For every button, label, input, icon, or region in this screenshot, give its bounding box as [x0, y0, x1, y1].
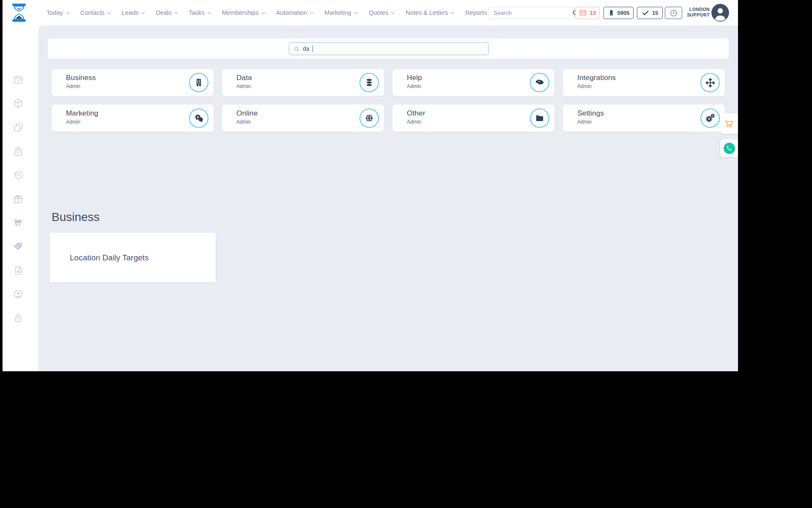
card-title: Other: [407, 109, 425, 118]
card-title: Data: [236, 74, 252, 82]
account-label[interactable]: LONDON SUPPORT: [683, 7, 710, 18]
phone-badge[interactable]: 5905: [604, 7, 634, 19]
nav-quotes-label: Quotes: [369, 9, 389, 16]
nav-notes-letters[interactable]: Notes & Letters: [406, 9, 454, 16]
nav-memberships[interactable]: Memberships: [222, 9, 265, 16]
top-header: Today Contacts Leads Deals Tasks Members…: [3, 0, 738, 25]
phone-icon: [724, 143, 735, 154]
mobile-phone-icon: [608, 9, 615, 17]
category-card-help[interactable]: HelpAdmin: [392, 69, 554, 96]
nav-contacts[interactable]: Contacts: [80, 9, 110, 16]
check-icon: [642, 9, 650, 17]
category-card-integrations[interactable]: IntegrationsAdmin: [563, 69, 725, 96]
messages-count: 13: [590, 10, 595, 16]
category-card-settings[interactable]: SettingsAdmin: [563, 105, 725, 132]
category-card-other[interactable]: OtherAdmin: [392, 105, 554, 132]
card-subtitle: Admin: [236, 83, 252, 89]
svg-text:12: 12: [16, 79, 20, 83]
search-icon: [294, 46, 300, 52]
chevron-down-icon: [261, 10, 265, 14]
card-title: Settings: [577, 109, 604, 118]
chevron-down-icon: [207, 10, 211, 14]
call-side-tab[interactable]: [720, 139, 738, 157]
nav-marketing[interactable]: Marketing: [324, 9, 357, 16]
card-title: Help: [407, 74, 422, 82]
nav-leads[interactable]: Leads: [122, 9, 145, 16]
results-card: Location Daily Targets: [50, 233, 216, 282]
card-subtitle: Admin: [577, 83, 616, 89]
global-search-input[interactable]: [489, 10, 572, 16]
card-subtitle: Admin: [407, 83, 422, 89]
result-item-location-daily-targets[interactable]: Location Daily Targets: [70, 233, 149, 282]
category-card-marketing[interactable]: MarketingAdmin $: [52, 105, 214, 132]
nav-tasks-label: Tasks: [189, 9, 205, 16]
card-subtitle: Admin: [66, 119, 98, 125]
lock-icon[interactable]: [13, 312, 24, 323]
price-tag-icon[interactable]: $: [13, 241, 24, 252]
nav-today-label: Today: [47, 9, 63, 16]
gift-icon[interactable]: [13, 193, 24, 204]
hourglass-logo-icon[interactable]: [8, 1, 30, 24]
report-icon[interactable]: [13, 265, 24, 276]
text-cursor: [313, 45, 313, 52]
chevron-down-icon: [66, 10, 69, 14]
svg-text:?: ?: [672, 11, 675, 15]
shopping-bag-icon[interactable]: [13, 146, 24, 157]
phone-count: 5905: [617, 10, 630, 16]
card-title: Business: [66, 74, 96, 82]
results-section-title: Business: [52, 210, 100, 224]
move-arrows-icon: [700, 73, 720, 92]
nav-marketing-label: Marketing: [324, 9, 351, 16]
card-title: Integrations: [577, 74, 616, 82]
card-subtitle: Admin: [66, 83, 96, 89]
nav-contacts-label: Contacts: [80, 9, 104, 16]
admin-search-value: da: [303, 45, 310, 52]
card-title: Marketing: [66, 109, 98, 118]
category-card-data[interactable]: DataAdmin: [222, 69, 384, 96]
database-icon: [359, 73, 379, 92]
nav-reports-label: Reports: [465, 9, 487, 16]
chevron-down-icon: [451, 10, 454, 14]
card-subtitle: Admin: [407, 119, 425, 125]
svg-text:$: $: [197, 115, 199, 119]
nav-memberships-label: Memberships: [222, 9, 259, 16]
user-circle-icon[interactable]: [13, 289, 24, 300]
account-line1: LONDON: [683, 7, 710, 12]
comments-dollar-icon: $: [189, 108, 208, 128]
cart-side-tab[interactable]: [720, 113, 738, 134]
chevron-down-icon: [310, 10, 313, 14]
card-title: Online: [236, 109, 258, 118]
history-icon[interactable]: [13, 169, 24, 180]
cart-icon[interactable]: [13, 217, 24, 228]
handshake-icon: [530, 73, 549, 92]
calendar-12-icon[interactable]: 12: [13, 74, 24, 85]
globe-icon: [359, 108, 379, 128]
category-card-business[interactable]: BusinessAdmin: [52, 69, 214, 96]
cube-icon[interactable]: [13, 98, 24, 109]
envelope-icon: [579, 9, 587, 17]
nav-today[interactable]: Today: [47, 9, 69, 16]
category-card-online[interactable]: OnlineAdmin: [222, 105, 384, 132]
nav-leads-label: Leads: [122, 9, 139, 16]
building-icon: [189, 73, 208, 92]
cart-icon: [724, 119, 734, 129]
messages-badge[interactable]: 13: [575, 7, 600, 19]
nav-deals[interactable]: Deals: [156, 9, 177, 16]
main-nav: Today Contacts Leads Deals Tasks Members…: [47, 0, 517, 25]
user-avatar[interactable]: [711, 4, 729, 22]
nav-automation-label: Automation: [276, 9, 307, 16]
account-line2: SUPPORT: [683, 12, 710, 18]
admin-search-input[interactable]: da: [289, 42, 488, 55]
tasks-badge[interactable]: 15: [637, 7, 663, 19]
folder-icon: [530, 108, 549, 128]
chevron-down-icon: [354, 10, 357, 14]
app-window: Today Contacts Leads Deals Tasks Members…: [3, 0, 738, 371]
chevron-down-icon: [174, 10, 178, 14]
nav-quotes[interactable]: Quotes: [369, 9, 395, 16]
nav-tasks[interactable]: Tasks: [189, 9, 211, 16]
help-badge[interactable]: ?: [665, 7, 682, 19]
nav-automation[interactable]: Automation: [276, 9, 313, 16]
card-subtitle: Admin: [577, 119, 604, 125]
nav-deals-label: Deals: [156, 9, 171, 16]
copy-icon[interactable]: [13, 122, 24, 133]
